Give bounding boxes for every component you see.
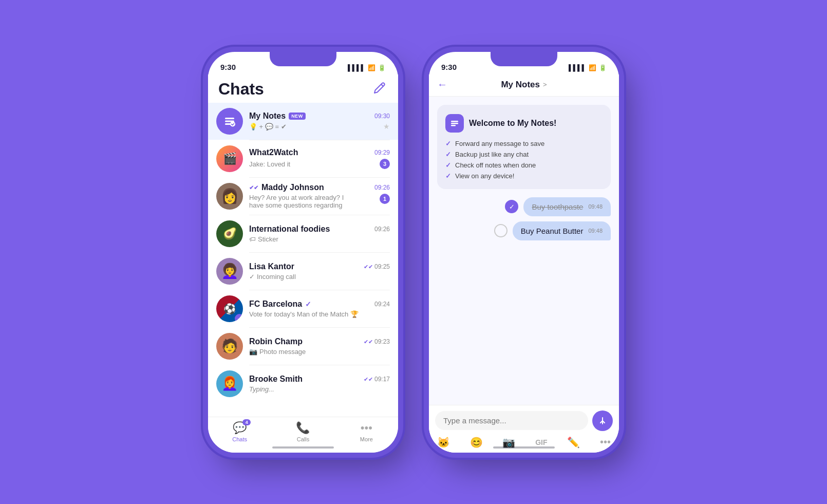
nav-more-icon: ••• (361, 421, 372, 435)
chat-preview-brooke: Typing... (249, 385, 390, 393)
chats-screen: Chats (208, 74, 398, 453)
photo-icon: 📷 (249, 348, 257, 356)
note-items: ✓ Buy toothpaste 09:48 Buy Peanut Butter… (437, 197, 611, 240)
avatar-fcb: ⚽ ✓ (216, 295, 243, 322)
notes-screen: ← My Notes > (429, 74, 619, 453)
message-input-row (435, 410, 613, 431)
unread-badge-maddy: 1 (380, 194, 390, 204)
chat-item-brooke[interactable]: 👩‍🦰 Brooke Smith ✔✔ 09:17 Typing... (208, 365, 398, 402)
chats-title: Chats (218, 80, 264, 99)
note-bubble-toothpaste: Buy toothpaste 09:48 (523, 197, 611, 216)
chat-name-robin: Robin Champ (249, 337, 303, 346)
avatar-brooke: 👩‍🦰 (216, 370, 243, 397)
chat-item-my-notes[interactable]: My Notes NEW 09:30 💡 + 💬 = ✔ ★ (208, 103, 398, 140)
avatar-what2watch: 🎬 (216, 145, 243, 172)
note-check-toothpaste[interactable]: ✓ (505, 200, 518, 213)
verified-badge-fcb: ✓ (305, 300, 311, 308)
battery-icon-right: 🔋 (599, 64, 607, 71)
more-toolbar-icon[interactable]: ••• (600, 436, 611, 448)
chat-name-what2watch: What2Watch (249, 148, 298, 157)
doodle-toolbar-icon[interactable]: ✏️ (567, 436, 580, 449)
battery-icon: 🔋 (378, 64, 386, 71)
sticker-icon: 🏷 (249, 235, 256, 243)
nav-more-label: More (360, 436, 373, 442)
chat-time-intl-foodies: 09:26 (374, 226, 390, 233)
nav-more[interactable]: ••• More (335, 421, 398, 442)
notes-screen-title: My Notes (501, 80, 540, 90)
nav-chats-icon: 💬 4 (233, 421, 247, 435)
notes-title-row: My Notes > (501, 80, 547, 90)
chat-preview-lisa: ✓ Incoming call (249, 273, 390, 281)
nav-calls[interactable]: 📞 Calls (271, 421, 334, 442)
unread-badge-what2watch: 3 (380, 159, 390, 169)
nav-calls-label: Calls (297, 436, 309, 442)
chat-item-robin[interactable]: 🧑 Robin Champ ✔✔ 09:23 📷 Photo message (208, 328, 398, 365)
chat-name-my-notes: My Notes NEW (249, 111, 306, 121)
chat-info-what2watch: What2Watch 09:29 Jake: Loved it 3 (249, 148, 390, 169)
chat-name-intl-foodies: International foodies (249, 225, 330, 234)
chat-item-what2watch[interactable]: 🎬 What2Watch 09:29 Jake: Loved it 3 (208, 140, 398, 177)
chat-preview-my-notes: 💡 + 💬 = ✔ (249, 123, 287, 130)
check-icon-1: ✓ (445, 140, 451, 147)
status-time-left: 9:30 (220, 63, 236, 71)
wifi-icon: 📶 (368, 64, 375, 71)
notes-app-icon (445, 114, 464, 133)
phone-chats: 9:30 ▌▌▌▌ 📶 🔋 Chats (208, 52, 398, 453)
nav-calls-icon: 📞 (296, 421, 310, 435)
chat-time-my-notes: 09:30 (374, 113, 390, 120)
note-bubble-peanut: Buy Peanut Butter 09:48 (513, 221, 611, 240)
chat-time-maddy: 09:26 (374, 184, 390, 191)
chat-preview-maddy: Hey? Are you at work already? I have som… (249, 194, 352, 209)
emoji-toolbar-icon[interactable]: 😊 (470, 436, 483, 449)
chats-header: Chats (208, 74, 398, 103)
notes-header: ← My Notes > (429, 74, 619, 97)
nav-chats-badge: 4 (242, 419, 251, 425)
compose-button[interactable] (373, 82, 388, 96)
status-time-right: 9:30 (441, 63, 457, 71)
status-icons-left: ▌▌▌▌ 📶 🔋 (348, 64, 386, 71)
message-input[interactable] (435, 411, 588, 430)
chat-item-lisa[interactable]: 👩‍🦱 Lisa Kantor ✔✔ 09:25 ✓ Incoming call (208, 253, 398, 290)
ellipsis-icon: ••• (361, 421, 372, 434)
avatar-maddy: 👩 (216, 183, 243, 210)
chat-time-lisa: ✔✔ 09:25 (364, 263, 390, 270)
welcome-card-header: Welcome to My Notes! (445, 114, 603, 133)
back-button[interactable]: ← (437, 79, 447, 90)
chat-preview-intl-foodies: 🏷 Sticker (249, 235, 390, 243)
verified-icon-fcb: ✓ (235, 314, 243, 322)
notch-right (491, 52, 557, 66)
check-icon-3: ✓ (445, 161, 451, 169)
chat-info-fcb: FC Barcelona ✓ 09:24 Vote for today's Ma… (249, 300, 390, 318)
chat-info-my-notes: My Notes NEW 09:30 💡 + 💬 = ✔ ★ (249, 111, 390, 130)
chat-preview-what2watch: Jake: Loved it (249, 160, 290, 168)
avatar-my-notes (216, 108, 243, 135)
chat-info-maddy: ✔✔ Maddy Johnson 09:26 Hey? Are you at w… (249, 183, 390, 209)
chat-item-fcb[interactable]: ⚽ ✓ FC Barcelona ✓ 09:24 Vote for today'… (208, 290, 398, 327)
chat-info-robin: Robin Champ ✔✔ 09:23 📷 Photo message (249, 337, 390, 356)
message-input-area: 🐱 😊 📷 GIF ✏️ ••• (429, 405, 619, 453)
signal-icon-right: ▌▌▌▌ (569, 64, 586, 71)
svg-rect-5 (451, 123, 458, 124)
chat-preview-robin: 📷 Photo message (249, 348, 390, 356)
welcome-item-2: ✓ Backup just like any chat (445, 151, 603, 158)
nav-chats[interactable]: 💬 4 Chats (208, 421, 271, 442)
chat-name-brooke: Brooke Smith (249, 375, 303, 384)
status-icons-right: ▌▌▌▌ 📶 🔋 (569, 64, 607, 71)
sticker-toolbar-icon[interactable]: 🐱 (437, 436, 450, 449)
avatar-robin: 🧑 (216, 333, 243, 360)
chat-item-maddy[interactable]: 👩 ✔✔ Maddy Johnson 09:26 Hey? Are you at… (208, 178, 398, 215)
chat-info-brooke: Brooke Smith ✔✔ 09:17 Typing... (249, 375, 390, 393)
wifi-icon-right: 📶 (589, 64, 596, 71)
gif-toolbar-icon[interactable]: GIF (535, 438, 547, 446)
check-icon-4: ✓ (445, 172, 451, 180)
welcome-list: ✓ Forward any message to save ✓ Backup j… (445, 140, 603, 180)
chat-info-lisa: Lisa Kantor ✔✔ 09:25 ✓ Incoming call (249, 262, 390, 281)
chat-time-robin: ✔✔ 09:23 (364, 338, 390, 345)
star-icon: ★ (383, 122, 390, 130)
note-check-peanut[interactable] (494, 224, 508, 237)
send-button[interactable] (592, 410, 613, 431)
welcome-item-1: ✓ Forward any message to save (445, 140, 603, 147)
chat-name-maddy: ✔✔ Maddy Johnson (249, 183, 324, 192)
check-icon-2: ✓ (445, 151, 451, 158)
chat-item-intl-foodies[interactable]: 🥑 International foodies 09:26 🏷 Sticker (208, 215, 398, 252)
